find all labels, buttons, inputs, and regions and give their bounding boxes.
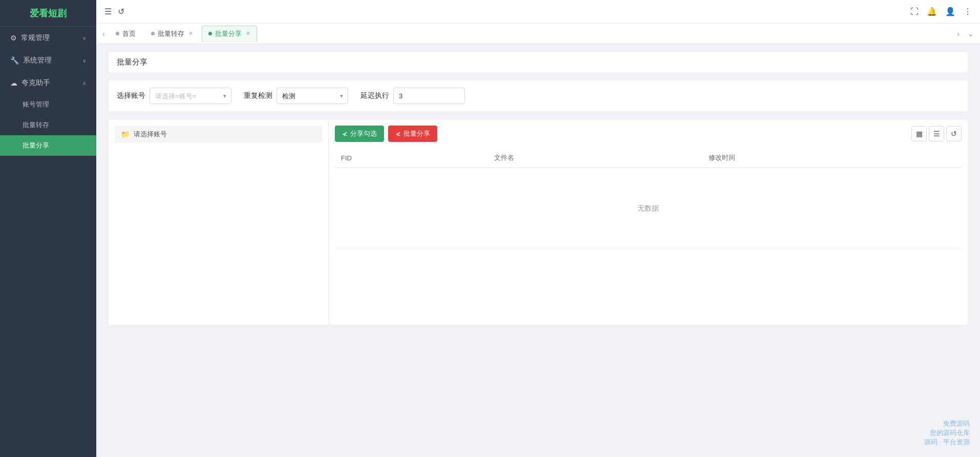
refresh-icon[interactable]: ↺ [118, 7, 124, 16]
list-icon: ☰ [933, 130, 940, 138]
sidebar-item-batch-transfer[interactable]: 批量转存 [0, 115, 96, 135]
account-select-wrapper: 请选择=账号= ▼ [150, 88, 231, 104]
data-table: FID 文件名 修改时间 无数据 [335, 148, 962, 250]
batch-share-icon: ≮ [395, 130, 401, 138]
col-fid: FID [335, 148, 488, 168]
filter-delay: 延迟执行 [360, 88, 465, 104]
tab-expand-btn[interactable]: ⌄ [966, 30, 976, 38]
delay-input[interactable] [393, 88, 465, 104]
sidebar-item-system[interactable]: 🔧 系统管理 ∨ [0, 49, 96, 72]
system-icon: 🔧 [10, 56, 19, 65]
col-modified: 修改时间 [702, 148, 962, 168]
share-select-label: 分享勾选 [350, 129, 377, 138]
empty-state: 无数据 [341, 173, 955, 244]
table-actions: ≮ 分享勾选 ≮ 批量分享 ▦ ☰ [335, 126, 962, 142]
tab-label-home: 首页 [122, 29, 136, 38]
folder-icon: 📁 [121, 130, 130, 138]
table-head: FID 文件名 修改时间 [335, 148, 962, 168]
share-select-icon: ≮ [342, 130, 348, 138]
col-filename: 文件名 [488, 148, 702, 168]
page-title: 批量分享 [117, 57, 147, 66]
account-select[interactable]: 请选择=账号= [150, 88, 231, 104]
tab-dot-batch-share [208, 32, 212, 35]
tab-next-btn[interactable]: › [955, 30, 962, 38]
content-panel: 📁 请选择账号 ≮ 分享勾选 ≮ 批量分享 [109, 119, 968, 324]
general-icon: ⚙ [10, 34, 17, 42]
chevron-down-icon: ∨ [82, 35, 86, 41]
more-icon[interactable]: ⋮ [964, 7, 972, 16]
page-content: 批量分享 选择账号 请选择=账号= ▼ 重复检测 检测 [96, 44, 980, 457]
chevron-down-icon: ∨ [82, 58, 86, 64]
tab-dot-batch-transfer [151, 32, 155, 35]
grid-view-button[interactable]: ▦ [911, 126, 927, 141]
filter-account: 选择账号 请选择=账号= ▼ [117, 88, 231, 104]
detect-label: 重复检测 [244, 91, 272, 100]
folder-placeholder-text: 请选择账号 [134, 130, 167, 139]
tab-batch-share[interactable]: 批量分享 ✕ [202, 26, 257, 42]
detect-select[interactable]: 检测 不检测 [276, 88, 348, 104]
list-view-button[interactable]: ☰ [929, 126, 944, 141]
sidebar-label-system: 系统管理 [23, 56, 52, 65]
sidebar-sub-label-batch-transfer: 批量转存 [23, 121, 49, 129]
account-label: 选择账号 [117, 91, 145, 100]
table-refresh-button[interactable]: ↺ [946, 126, 962, 141]
tab-prev-btn[interactable]: ‹ [100, 30, 107, 38]
sidebar-label-helper: 夸克助手 [22, 78, 50, 88]
tab-label-batch-share: 批量分享 [215, 29, 242, 38]
batch-share-label: 批量分享 [403, 129, 430, 138]
detect-select-wrapper: 检测 不检测 ▼ [276, 88, 348, 104]
sidebar-item-helper[interactable]: ☁ 夸克助手 ∧ [0, 72, 96, 94]
sidebar-sub-label-account: 账号管理 [23, 100, 49, 108]
tab-home[interactable]: 首页 [109, 26, 142, 42]
filter-detect: 重复检测 检测 不检测 ▼ [244, 88, 348, 104]
grid-icon: ▦ [916, 130, 923, 138]
sidebar-label-general: 常规管理 [21, 33, 50, 43]
tab-dot-home [116, 32, 119, 35]
share-select-button[interactable]: ≮ 分享勾选 [335, 126, 384, 142]
chevron-up-icon: ∧ [82, 80, 86, 86]
sidebar-sub-label-batch-share: 批量分享 [23, 141, 49, 149]
batch-share-button[interactable]: ≮ 批量分享 [388, 126, 437, 142]
empty-text: 无数据 [637, 204, 659, 212]
filter-row: 选择账号 请选择=账号= ▼ 重复检测 检测 不检测 ▼ [109, 80, 968, 111]
sidebar-item-general[interactable]: ⚙ 常规管理 ∨ [0, 27, 96, 49]
tab-close-batch-share[interactable]: ✕ [246, 30, 250, 37]
helper-icon: ☁ [10, 79, 17, 87]
sidebar-menu: ⚙ 常规管理 ∨ 🔧 系统管理 ∨ ☁ 夸克助手 ∧ 账号管理 批量转存 [0, 27, 96, 457]
sidebar-item-batch-share[interactable]: 批量分享 [0, 135, 96, 156]
table-panel: ≮ 分享勾选 ≮ 批量分享 ▦ ☰ [329, 119, 968, 324]
tab-label-batch-transfer: 批量转存 [158, 29, 184, 38]
notification-icon[interactable]: 🔔 [927, 7, 937, 16]
menu-icon[interactable]: ☰ [104, 7, 112, 16]
file-list-panel: 📁 请选择账号 [109, 119, 329, 324]
folder-placeholder-item[interactable]: 📁 请选择账号 [115, 126, 322, 143]
top-toolbar: ☰ ↺ ⛶ 🔔 👤 ⋮ [96, 0, 980, 24]
table-body: 无数据 [335, 168, 962, 250]
table-empty-row: 无数据 [335, 168, 962, 250]
table-header-row: FID 文件名 修改时间 [335, 148, 962, 168]
sidebar-item-account[interactable]: 账号管理 [0, 94, 96, 115]
tab-close-batch-transfer[interactable]: ✕ [188, 30, 193, 37]
page-title-bar: 批量分享 [109, 52, 968, 72]
table-refresh-icon: ↺ [951, 130, 957, 138]
tabs-bar: ‹ 首页 批量转存 ✕ 批量分享 ✕ › ⌄ [96, 24, 980, 44]
tab-batch-transfer[interactable]: 批量转存 ✕ [144, 26, 200, 42]
delay-label: 延迟执行 [360, 91, 389, 100]
main-area: ☰ ↺ ⛶ 🔔 👤 ⋮ ‹ 首页 批量转存 ✕ 批量分享 ✕ [96, 0, 980, 457]
user-icon[interactable]: 👤 [945, 7, 955, 16]
sidebar: 爱看短剧 ⚙ 常规管理 ∨ 🔧 系统管理 ∨ ☁ 夸克助手 ∧ [0, 0, 96, 457]
fullscreen-icon[interactable]: ⛶ [910, 7, 919, 16]
app-logo: 爱看短剧 [0, 0, 96, 27]
